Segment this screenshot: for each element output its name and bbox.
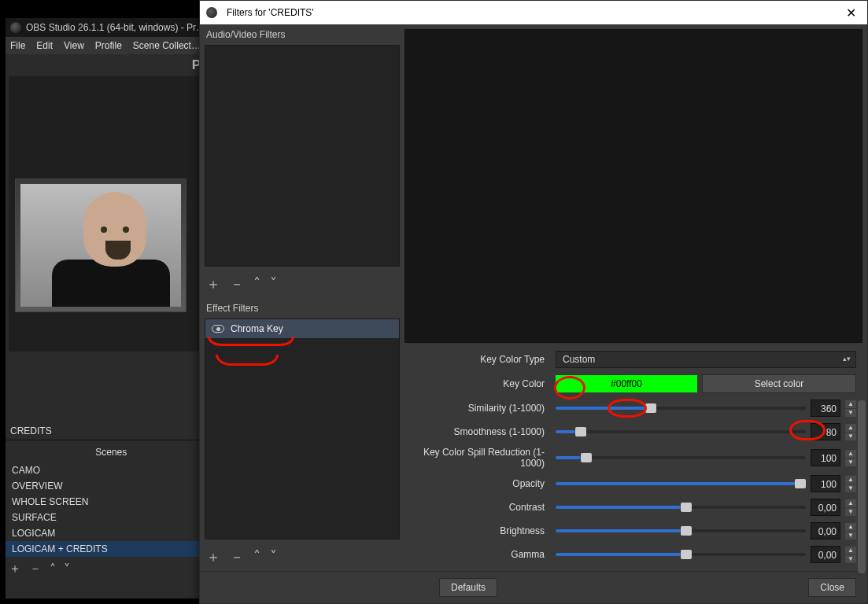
- add-filter-icon[interactable]: ＋: [206, 274, 220, 293]
- prop-label: Contrast: [409, 502, 551, 513]
- scrollbar-thumb[interactable]: [858, 400, 866, 573]
- filter-preview: [404, 29, 862, 343]
- scenes-title: Scenes: [95, 447, 127, 458]
- spin-up-icon[interactable]: ▲: [845, 547, 856, 554]
- slider-knob[interactable]: [681, 503, 692, 512]
- scene-item[interactable]: WHOLE SCREEN: [6, 494, 217, 510]
- defaults-button[interactable]: Defaults: [439, 578, 497, 597]
- spin-up-icon[interactable]: ▲: [845, 450, 856, 458]
- gamma-value[interactable]: 0,00: [811, 546, 840, 563]
- chevron-updown-icon[interactable]: ▴▾: [843, 355, 851, 363]
- prop-label: Key Color Spill Reduction (1-1000): [409, 447, 551, 469]
- effect-filters-list[interactable]: Chroma Key: [205, 319, 400, 540]
- opacity-value[interactable]: 100: [811, 475, 840, 492]
- add-filter-icon[interactable]: ＋: [206, 547, 220, 566]
- av-filters-label: Audio/Video Filters: [200, 24, 404, 45]
- scene-item[interactable]: SURFACE: [6, 510, 217, 525]
- brightness-slider[interactable]: [556, 529, 806, 532]
- move-filter-down-icon[interactable]: ˅: [270, 274, 277, 293]
- filters-dialog: Filters for 'CREDITS' ✕ Audio/Video Filt…: [199, 0, 868, 604]
- annotation-mark: [208, 337, 294, 346]
- annotation-mark: [608, 399, 647, 418]
- dropdown-value: Custom: [563, 354, 595, 365]
- prop-label: Opacity: [409, 478, 551, 489]
- spin-down-icon[interactable]: ▼: [845, 433, 856, 440]
- slider-knob[interactable]: [575, 427, 586, 436]
- spin-up-icon[interactable]: ▲: [845, 400, 856, 408]
- effect-filters-toolbar: ＋ － ˄ ˅: [200, 543, 404, 571]
- scene-item[interactable]: CAMO: [6, 462, 217, 478]
- prop-label: Similarity (1-1000): [409, 403, 551, 414]
- spill-value[interactable]: 100: [811, 449, 840, 466]
- spin-down-icon[interactable]: ▼: [845, 532, 856, 540]
- similarity-value[interactable]: 360: [811, 400, 840, 417]
- prop-label: Brightness: [409, 525, 551, 536]
- preview-source-box[interactable]: [15, 179, 187, 312]
- gamma-slider[interactable]: [556, 553, 806, 556]
- contrast-value[interactable]: 0,00: [811, 499, 840, 516]
- menu-file[interactable]: File: [10, 40, 25, 51]
- effect-filter-item[interactable]: Chroma Key: [205, 319, 399, 338]
- move-scene-up-icon[interactable]: ˄: [50, 562, 56, 576]
- filters-title: Filters for 'CREDITS': [227, 7, 314, 18]
- menu-profile[interactable]: Profile: [95, 40, 122, 51]
- spin-up-icon[interactable]: ▲: [845, 523, 856, 531]
- main-title: OBS Studio 26.1.1 (64-bit, windows) - Pr…: [26, 22, 205, 33]
- slider-knob[interactable]: [795, 479, 806, 488]
- scenes-toolbar: ＋ － ˄ ˅: [9, 561, 70, 577]
- scene-list[interactable]: CAMO OVERVIEW WHOLE SCREEN SURFACE LOGIC…: [6, 461, 217, 558]
- add-scene-icon[interactable]: ＋: [9, 561, 21, 577]
- slider-knob[interactable]: [681, 526, 692, 536]
- obs-logo-icon: [206, 7, 217, 18]
- menu-view[interactable]: View: [64, 40, 84, 51]
- prop-label: Smoothness (1-1000): [409, 426, 551, 437]
- obs-logo-icon: [10, 22, 21, 33]
- filters-footer: Defaults Close: [200, 572, 867, 603]
- annotation-mark: [216, 355, 279, 366]
- move-filter-down-icon[interactable]: ˅: [270, 547, 277, 566]
- menu-scene-collection[interactable]: Scene Collect…: [133, 40, 201, 51]
- spin-up-icon[interactable]: ▲: [845, 476, 856, 484]
- av-filters-list[interactable]: [205, 45, 400, 267]
- brightness-value[interactable]: 0,00: [811, 522, 840, 540]
- spin-down-icon[interactable]: ▼: [845, 409, 856, 417]
- spin-down-icon[interactable]: ▼: [845, 555, 856, 563]
- spin-down-icon[interactable]: ▼: [845, 484, 856, 492]
- move-filter-up-icon[interactable]: ˄: [253, 547, 260, 566]
- close-button[interactable]: Close: [808, 578, 856, 597]
- spin-down-icon[interactable]: ▼: [845, 508, 856, 516]
- filters-titlebar[interactable]: Filters for 'CREDITS' ✕: [200, 1, 867, 24]
- scene-item[interactable]: LOGICAM: [6, 525, 217, 541]
- prop-label: Key Color: [409, 378, 551, 389]
- move-filter-up-icon[interactable]: ˄: [253, 274, 260, 293]
- close-icon[interactable]: ✕: [841, 6, 861, 20]
- remove-filter-icon[interactable]: －: [230, 547, 244, 566]
- spin-up-icon[interactable]: ▲: [845, 424, 856, 432]
- remove-scene-icon[interactable]: －: [29, 561, 42, 577]
- annotation-mark: [789, 420, 826, 440]
- similarity-slider[interactable]: [556, 407, 806, 410]
- slider-knob[interactable]: [645, 403, 656, 413]
- scene-item[interactable]: OVERVIEW: [6, 478, 217, 494]
- scene-item-selected[interactable]: LOGICAM + CREDITS: [6, 541, 217, 557]
- remove-filter-icon[interactable]: －: [230, 274, 244, 293]
- filters-right-column: Key Color Type Custom ▴▾ Key Color #00ff…: [404, 24, 867, 571]
- filter-properties: Key Color Type Custom ▴▾ Key Color #00ff…: [404, 343, 867, 571]
- spin-up-icon[interactable]: ▲: [845, 499, 856, 507]
- menu-edit[interactable]: Edit: [36, 40, 53, 51]
- prop-label: Key Color Type: [409, 354, 551, 365]
- key-color-type-dropdown[interactable]: Custom ▴▾: [556, 351, 856, 368]
- spin-down-icon[interactable]: ▼: [845, 459, 856, 466]
- filters-left-column: Audio/Video Filters ＋ － ˄ ˅ Effect Filte…: [200, 24, 404, 571]
- select-color-button[interactable]: Select color: [702, 374, 856, 393]
- move-scene-down-icon[interactable]: ˅: [64, 562, 70, 576]
- smoothness-slider[interactable]: [556, 430, 806, 433]
- effect-filter-label: Chroma Key: [231, 323, 283, 334]
- spill-slider[interactable]: [556, 456, 806, 459]
- opacity-slider[interactable]: [556, 482, 806, 485]
- slider-knob[interactable]: [581, 453, 592, 462]
- key-color-hex: #00ff00: [611, 378, 642, 389]
- visibility-eye-icon[interactable]: [212, 325, 224, 333]
- slider-knob[interactable]: [681, 550, 692, 559]
- contrast-slider[interactable]: [556, 506, 806, 509]
